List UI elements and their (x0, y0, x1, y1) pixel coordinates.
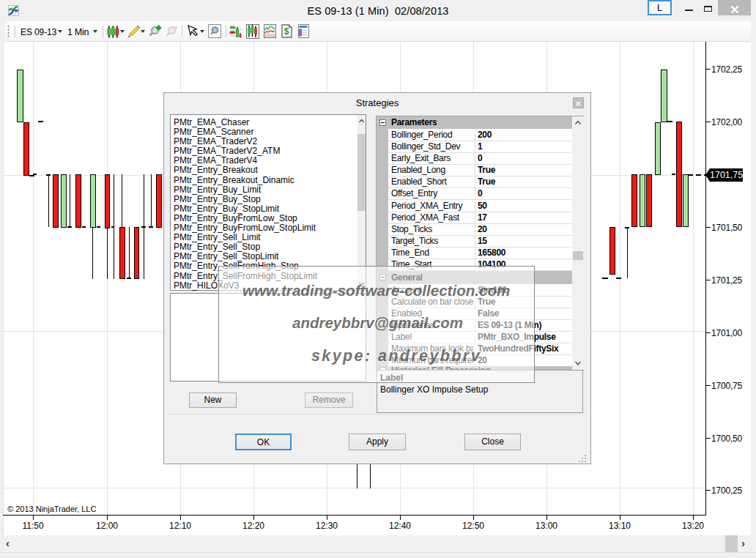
svg-text:$: $ (284, 26, 289, 37)
